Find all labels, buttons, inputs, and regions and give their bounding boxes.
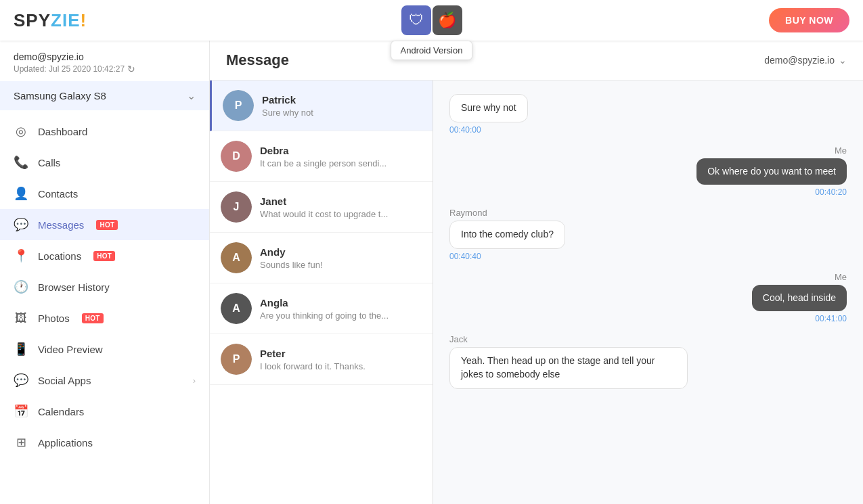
contact-preview: I look forward to it. Thanks. [260, 361, 422, 371]
account-email: demo@spyzie.io [764, 55, 835, 66]
contact-info: Patrick Sure why not [262, 94, 422, 118]
contact-info: Angla Are you thinking of going to the..… [260, 297, 422, 321]
contact-list: P Patrick Sure why not D Debra It can be… [210, 81, 433, 504]
social-apps-icon: 💬 [14, 373, 28, 388]
nav-list: ◎ Dashboard 📞 Calls 👤 Contacts 💬 Message… [0, 116, 209, 458]
contact-preview: Sure why not [262, 108, 422, 118]
contact-name: Janet [260, 196, 422, 207]
calls-icon: 📞 [14, 155, 28, 170]
message-sender: Jack [449, 334, 468, 344]
chevron-down-icon: ⌄ [187, 89, 196, 102]
message-bubble: Cool, head inside [752, 285, 847, 312]
avatar: J [221, 191, 252, 223]
message-bubble: Ok where do you want to meet [696, 158, 847, 185]
contact-preview: It can be a single person sendi... [260, 158, 422, 168]
sidebar-user: demo@spyzie.io Updated: Jul 25 2020 10:4… [0, 41, 209, 81]
sidebar-item-label: Calendars [38, 406, 84, 417]
message-bubble: Sure why not [449, 94, 528, 122]
contact-info: Janet What would it cost to upgrade t... [260, 196, 422, 219]
sidebar-item-messages[interactable]: 💬 Messages HOT [0, 209, 209, 240]
avatar: D [221, 141, 252, 172]
hot-badge: HOT [96, 220, 118, 230]
ios-tab[interactable]: 🍎 [433, 5, 462, 35]
message-sender: Raymond [449, 208, 487, 218]
contact-item-peter[interactable]: P Peter I look forward to it. Thanks. [210, 334, 433, 385]
contact-name: Debra [260, 145, 422, 156]
contact-preview: What would it cost to upgrade t... [260, 209, 422, 219]
sidebar: demo@spyzie.io Updated: Jul 25 2020 10:4… [0, 41, 210, 504]
contact-item-andy[interactable]: A Andy Sounds like fun! [210, 233, 433, 283]
sidebar-item-applications[interactable]: ⊞ Applications [0, 427, 209, 458]
sidebar-item-dashboard[interactable]: ◎ Dashboard [0, 116, 209, 147]
contact-info: Peter I look forward to it. Thanks. [260, 348, 422, 371]
contact-item-debra[interactable]: D Debra It can be a single person sendi.… [210, 131, 433, 182]
sidebar-item-browser-history[interactable]: 🕐 Browser History [0, 271, 209, 302]
messages-icon: 💬 [14, 217, 28, 232]
sidebar-item-label: Contacts [38, 188, 78, 200]
sidebar-item-locations[interactable]: 📍 Locations HOT [0, 240, 209, 271]
message-row-3: RaymondInto the comedy club?00:40:40 [449, 208, 847, 261]
avatar: A [221, 293, 252, 324]
locations-icon: 📍 [14, 248, 28, 263]
refresh-icon[interactable]: ↻ [127, 64, 135, 74]
sidebar-item-calls[interactable]: 📞 Calls [0, 147, 209, 178]
avatar: P [223, 90, 254, 121]
video-preview-icon: 📱 [14, 342, 28, 357]
contact-info: Andy Sounds like fun! [260, 246, 422, 270]
sidebar-item-video-preview[interactable]: 📱 Video Preview [0, 334, 209, 365]
android-tab[interactable]: 🛡 [401, 5, 431, 35]
logo-zie: ZIE [51, 10, 80, 30]
sidebar-item-label: Video Preview [38, 344, 103, 355]
message-time: 00:40:20 [815, 187, 847, 197]
svg-text:A: A [232, 302, 240, 314]
sidebar-item-label: Messages [38, 219, 84, 231]
hot-badge: HOT [82, 313, 104, 323]
calendars-icon: 📅 [14, 404, 28, 419]
content-area: Message demo@spyzie.io ⌄ P Patrick Sure … [210, 41, 863, 504]
sidebar-item-social-apps[interactable]: 💬 Social Apps › [0, 365, 209, 396]
chat-panel: Sure why not00:40:00MeOk where do you wa… [433, 81, 863, 504]
sidebar-item-label: Photos [38, 313, 70, 324]
hot-badge: HOT [93, 251, 115, 261]
contact-preview: Are you thinking of going to the... [260, 311, 422, 321]
message-bubble: Yeah. Then head up on the stage and tell… [449, 347, 688, 388]
platform-selector: 🛡 🍎 Android Version [401, 5, 462, 35]
contact-item-janet[interactable]: J Janet What would it cost to upgrade t.… [210, 182, 433, 233]
contact-item-angla[interactable]: A Angla Are you thinking of going to the… [210, 283, 433, 334]
sidebar-email: demo@spyzie.io [14, 51, 196, 62]
message-time: 00:41:00 [815, 314, 847, 323]
dashboard-icon: ◎ [14, 124, 28, 139]
photos-icon: 🖼 [14, 311, 28, 325]
svg-text:D: D [232, 150, 240, 162]
logo: SPYZIE! [14, 10, 87, 31]
message-view: P Patrick Sure why not D Debra It can be… [210, 81, 863, 504]
logo-exclaim: ! [80, 10, 87, 30]
svg-text:A: A [232, 252, 240, 263]
device-name: Samsung Galaxy S8 [14, 90, 106, 101]
message-row-1: Sure why not00:40:00 [449, 94, 847, 135]
contact-name: Angla [260, 297, 422, 308]
header: SPYZIE! 🛡 🍎 Android Version BUY NOW [0, 0, 863, 41]
account-selector[interactable]: demo@spyzie.io ⌄ [764, 55, 847, 66]
message-sender: Me [835, 145, 847, 156]
chevron-right-icon: › [193, 375, 196, 386]
device-selector[interactable]: Samsung Galaxy S8 ⌄ [0, 81, 209, 110]
message-time: 00:40:40 [449, 252, 481, 261]
message-bubble: Into the comedy club? [449, 221, 565, 249]
main-layout: demo@spyzie.io Updated: Jul 25 2020 10:4… [0, 0, 863, 504]
avatar: A [221, 242, 252, 273]
sidebar-item-photos[interactable]: 🖼 Photos HOT [0, 302, 209, 334]
content-header: Message demo@spyzie.io ⌄ [210, 41, 863, 81]
sidebar-updated: Updated: Jul 25 2020 10:42:27 ↻ [14, 64, 196, 74]
svg-text:P: P [233, 353, 240, 365]
contacts-icon: 👤 [14, 186, 28, 201]
message-time: 00:40:00 [449, 125, 481, 135]
sidebar-item-label: Applications [38, 437, 93, 449]
sidebar-item-contacts[interactable]: 👤 Contacts [0, 178, 209, 209]
ios-icon: 🍎 [438, 12, 456, 29]
sidebar-item-label: Social Apps [38, 375, 91, 386]
page-title: Message [226, 51, 289, 69]
buy-now-button[interactable]: BUY NOW [769, 8, 849, 32]
contact-item-patrick[interactable]: P Patrick Sure why not [210, 81, 433, 131]
sidebar-item-calendars[interactable]: 📅 Calendars [0, 396, 209, 427]
